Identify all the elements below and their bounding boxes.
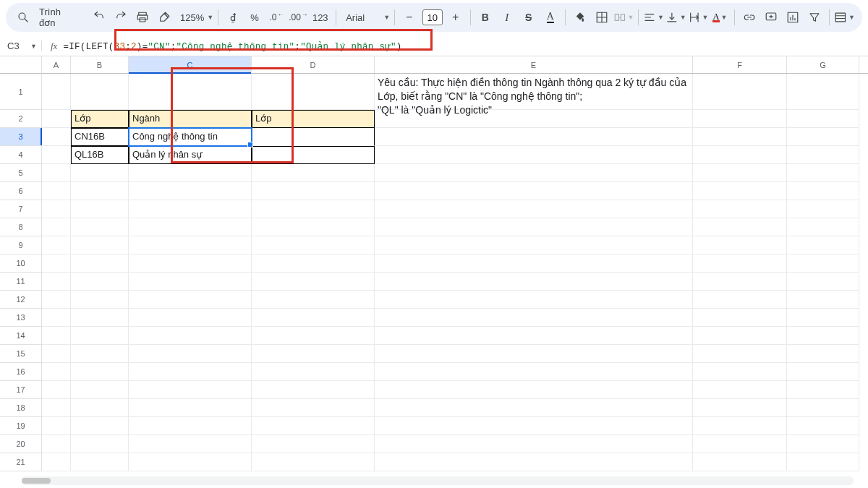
cell-E9[interactable]	[375, 236, 693, 254]
text-rotation-button[interactable]: A▼	[710, 7, 730, 27]
bold-button[interactable]: B	[475, 7, 495, 27]
cell-C13[interactable]	[129, 309, 252, 327]
cell-G10[interactable]	[787, 254, 859, 273]
cell-C12[interactable]	[129, 291, 252, 309]
row-header-11[interactable]: 11	[0, 273, 41, 291]
text-color-button[interactable]: A	[540, 7, 561, 27]
cell-E18[interactable]	[375, 399, 693, 417]
cell-F20[interactable]	[693, 435, 787, 453]
cell-A15[interactable]	[42, 345, 71, 363]
cell-D21[interactable]	[252, 453, 375, 471]
cell-D7[interactable]	[252, 200, 375, 218]
cell-A6[interactable]	[42, 182, 71, 200]
strikethrough-button[interactable]: S	[519, 7, 539, 27]
cell-B5[interactable]	[71, 164, 129, 182]
cell-G14[interactable]	[787, 327, 859, 345]
cell-F7[interactable]	[693, 200, 787, 218]
cell-E2[interactable]	[375, 110, 693, 128]
cell-B1[interactable]	[71, 74, 129, 110]
cell-C9[interactable]	[129, 236, 252, 254]
row-header-4[interactable]: 4	[0, 146, 41, 164]
row-header-6[interactable]: 6	[0, 182, 41, 200]
insert-link-button[interactable]	[739, 7, 760, 27]
cell-C7[interactable]	[129, 200, 252, 218]
cell-E21[interactable]	[375, 453, 693, 471]
insert-chart-button[interactable]	[783, 7, 803, 27]
cell-E19[interactable]	[375, 417, 693, 435]
cell-D3[interactable]	[252, 128, 375, 146]
cell-G20[interactable]	[787, 435, 859, 453]
cell-G5[interactable]	[787, 164, 859, 182]
row-header-17[interactable]: 17	[0, 381, 41, 399]
cell-A11[interactable]	[42, 273, 71, 291]
fill-color-button[interactable]	[570, 7, 590, 27]
cell-A3[interactable]	[42, 128, 71, 146]
cell-E1[interactable]: Yêu cầu: Thực hiện điền thông tin Ngành …	[375, 74, 693, 110]
cell-B9[interactable]	[71, 236, 129, 254]
cell-F11[interactable]	[693, 273, 787, 291]
cell-B10[interactable]	[71, 254, 129, 273]
cell-F12[interactable]	[693, 291, 787, 309]
cell-C16[interactable]	[129, 363, 252, 381]
row-header-9[interactable]: 9	[0, 236, 41, 254]
row-header-10[interactable]: 10	[0, 254, 41, 273]
cell-D14[interactable]	[252, 327, 375, 345]
cell-A4[interactable]	[42, 146, 71, 164]
zoom-dropdown[interactable]: 125%▼	[176, 7, 213, 27]
cell-E8[interactable]	[375, 218, 693, 236]
cell-G4[interactable]	[787, 146, 859, 164]
horizontal-scrollbar[interactable]	[22, 476, 854, 485]
col-header-F[interactable]: F	[693, 56, 787, 73]
cell-C5[interactable]	[129, 164, 252, 182]
row-header-2[interactable]: 2	[0, 110, 41, 128]
cell-C10[interactable]	[129, 254, 252, 273]
cell-A16[interactable]	[42, 363, 71, 381]
cell-B16[interactable]	[71, 363, 129, 381]
cell-A12[interactable]	[42, 291, 71, 309]
cell-E5[interactable]	[375, 164, 693, 182]
cell-A20[interactable]	[42, 435, 71, 453]
cell-D5[interactable]	[252, 164, 375, 182]
cell-C21[interactable]	[129, 453, 252, 471]
cell-C14[interactable]	[129, 327, 252, 345]
font-size-input[interactable]: 10	[422, 9, 443, 25]
cell-F14[interactable]	[693, 327, 787, 345]
cell-G9[interactable]	[787, 236, 859, 254]
cell-D9[interactable]	[252, 236, 375, 254]
cell-D17[interactable]	[252, 381, 375, 399]
cells-area[interactable]: Yêu cầu: Thực hiện điền thông tin Ngành …	[42, 74, 868, 471]
cell-B21[interactable]	[71, 453, 129, 471]
row-header-16[interactable]: 16	[0, 363, 41, 381]
cell-E6[interactable]	[375, 182, 693, 200]
cell-E12[interactable]	[375, 291, 693, 309]
cell-E3[interactable]	[375, 128, 693, 146]
cell-C8[interactable]	[129, 218, 252, 236]
row-header-5[interactable]: 5	[0, 164, 41, 182]
merge-cells-button[interactable]: ▼	[613, 7, 634, 27]
cell-C11[interactable]	[129, 273, 252, 291]
cell-D10[interactable]	[252, 254, 375, 273]
cell-E17[interactable]	[375, 381, 693, 399]
col-header-B[interactable]: B	[71, 56, 129, 73]
redo-icon[interactable]	[111, 7, 131, 27]
cell-G11[interactable]	[787, 273, 859, 291]
cell-A1[interactable]	[42, 74, 71, 110]
percent-format-button[interactable]: %	[244, 7, 265, 27]
cell-F16[interactable]	[693, 363, 787, 381]
cell-F4[interactable]	[693, 146, 787, 164]
cell-E11[interactable]	[375, 273, 693, 291]
cell-G8[interactable]	[787, 218, 859, 236]
cell-E20[interactable]	[375, 435, 693, 453]
cell-D1[interactable]	[252, 74, 375, 110]
col-header-E[interactable]: E	[375, 56, 693, 73]
cell-A7[interactable]	[42, 200, 71, 218]
row-header-19[interactable]: 19	[0, 417, 41, 435]
cell-E14[interactable]	[375, 327, 693, 345]
decrease-font-size-button[interactable]: −	[399, 7, 420, 27]
cell-D15[interactable]	[252, 345, 375, 363]
cell-G1[interactable]	[787, 74, 859, 110]
cell-F6[interactable]	[693, 182, 787, 200]
cell-C19[interactable]	[129, 417, 252, 435]
cell-D13[interactable]	[252, 309, 375, 327]
cell-F8[interactable]	[693, 218, 787, 236]
